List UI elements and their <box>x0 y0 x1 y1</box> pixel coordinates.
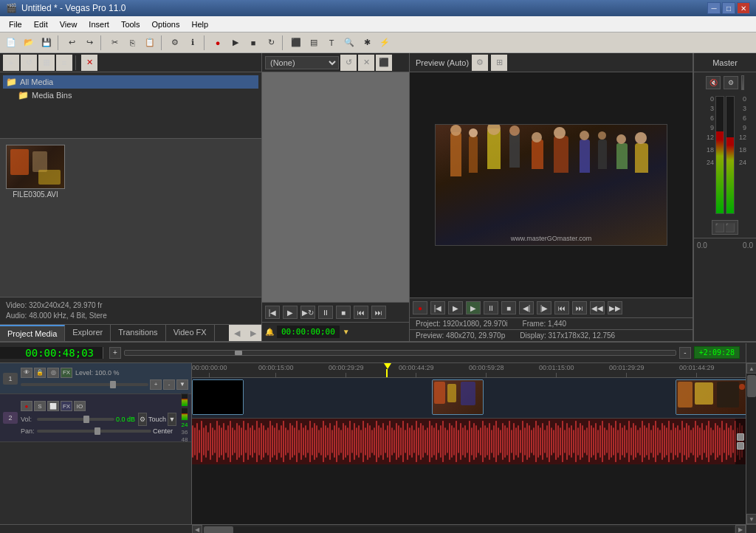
media-list[interactable]: ≡ <box>56 55 72 71</box>
media-delete[interactable]: ✕ <box>81 55 97 71</box>
meters-fader-btn[interactable]: ⬛⬛ <box>712 220 738 235</box>
video-clip-3[interactable] <box>676 379 746 415</box>
preview-settings[interactable]: ⚙ <box>472 55 488 71</box>
trimmer-source-select[interactable]: (None) <box>265 56 339 69</box>
tool5[interactable]: ✱ <box>359 35 375 51</box>
video-level-fader[interactable] <box>21 383 148 386</box>
tree-item-all-media[interactable]: 📁 All Media <box>3 75 258 89</box>
tool1[interactable]: ⬛ <box>288 35 304 51</box>
trimmer-btn1[interactable]: ↺ <box>340 55 357 71</box>
menu-help[interactable]: Help <box>185 18 214 30</box>
tree-item-media-bins[interactable]: 📁 Media Bins <box>3 89 258 102</box>
audio-solo[interactable]: S <box>34 401 46 411</box>
scroll-up-btn[interactable]: ▲ <box>746 363 756 374</box>
video-track-add-fx[interactable]: + <box>150 379 162 390</box>
trimmer-goto-start[interactable]: |◀ <box>265 306 280 319</box>
trimmer-pause[interactable]: ⏸ <box>318 306 333 319</box>
menu-view[interactable]: View <box>54 18 83 30</box>
preview-next-frame[interactable]: |▶ <box>537 301 551 314</box>
trimmer-play[interactable]: ▶ <box>283 306 298 319</box>
preview-prev-event[interactable]: ⏮ <box>554 301 569 314</box>
media-add[interactable]: + <box>3 55 19 71</box>
audio-touch-select[interactable]: ⚙ <box>138 413 147 426</box>
preview-play-loop[interactable]: ▶ <box>466 301 481 314</box>
zoom-slider[interactable] <box>124 350 676 356</box>
preview-pause[interactable]: ⏸ <box>484 301 498 314</box>
audio-touch-label[interactable]: Touch <box>148 416 166 423</box>
media-item-file0305[interactable]: FILE0305.AVI <box>6 145 65 199</box>
audio-io[interactable]: IO <box>74 401 86 411</box>
audio-mute[interactable]: ● <box>21 401 32 411</box>
menu-edit[interactable]: Edit <box>28 18 54 30</box>
close-button[interactable]: ✕ <box>737 2 750 14</box>
scroll-h-track[interactable] <box>204 526 734 534</box>
scroll-down-btn[interactable]: ▼ <box>746 514 756 524</box>
tool2[interactable]: ▤ <box>306 35 322 51</box>
audio-pan-fader[interactable] <box>37 430 151 433</box>
preview-grid[interactable]: ⊞ <box>491 55 507 71</box>
tab-project-media[interactable]: Project Media <box>0 325 65 341</box>
video-track-fx[interactable]: FX <box>61 368 72 378</box>
zoom-out-btn[interactable]: - <box>679 347 691 359</box>
meters-mute[interactable]: 🔇 <box>706 76 721 89</box>
video-track-preview[interactable]: 👁 <box>21 368 32 378</box>
preview-slow-fwd[interactable]: ▶▶ <box>608 301 622 314</box>
redo-button[interactable]: ↪ <box>81 35 97 51</box>
properties-button[interactable]: ℹ <box>185 35 201 51</box>
preview-goto-start[interactable]: |◀ <box>430 301 445 314</box>
menu-options[interactable]: Options <box>146 18 186 30</box>
audio-arm[interactable]: ⬜ <box>47 401 59 411</box>
master-fader[interactable] <box>741 75 744 90</box>
paste-button[interactable]: 📋 <box>142 35 158 51</box>
video-clip-2[interactable] <box>432 379 484 415</box>
tab-transitions[interactable]: Transitions <box>111 325 165 341</box>
trimmer-nav1[interactable]: ⏮ <box>354 306 368 319</box>
maximize-button[interactable]: □ <box>722 2 735 14</box>
tabs-scroll-left[interactable]: ◀ <box>229 325 245 341</box>
tool4[interactable]: 🔍 <box>341 35 357 51</box>
save-button[interactable]: 💾 <box>38 35 55 51</box>
scroll-track[interactable] <box>746 374 756 514</box>
audio-handle-1[interactable] <box>737 433 744 441</box>
audio-vol-fader[interactable] <box>37 418 114 421</box>
tabs-scroll-right[interactable]: ▶ <box>245 325 261 341</box>
new-button[interactable]: 📄 <box>3 35 19 51</box>
audio-touch-dropdown[interactable]: ▼ <box>168 413 176 426</box>
preview-next-event[interactable]: ⏭ <box>572 301 587 314</box>
tab-video-fx[interactable]: Video FX <box>166 325 215 341</box>
preview-slow-back[interactable]: ◀◀ <box>590 301 605 314</box>
preview-stop[interactable]: ■ <box>501 301 516 314</box>
render-button[interactable]: ⚙ <box>167 35 183 51</box>
stop-button[interactable]: ■ <box>245 35 261 51</box>
video-clip-1[interactable] <box>192 379 244 415</box>
undo-button[interactable]: ↩ <box>63 35 80 51</box>
audio-handle-2[interactable] <box>737 442 744 450</box>
copy-button[interactable]: ⎘ <box>124 35 140 51</box>
trimmer-btn3[interactable]: ⬛ <box>376 55 392 71</box>
media-view[interactable]: ▦ <box>38 55 55 71</box>
trimmer-stop[interactable]: ■ <box>336 306 351 319</box>
trimmer-play-loop[interactable]: ▶↻ <box>300 306 315 319</box>
preview-record[interactable]: ● <box>413 301 427 314</box>
meters-settings[interactable]: ⚙ <box>724 76 738 89</box>
scroll-left-btn[interactable]: ◀ <box>192 525 202 534</box>
tab-explorer[interactable]: Explorer <box>65 325 111 341</box>
menu-tools[interactable]: Tools <box>115 18 146 30</box>
menu-insert[interactable]: Insert <box>83 18 115 30</box>
audio-fx[interactable]: FX <box>61 401 72 411</box>
tool6[interactable]: ⚡ <box>377 35 393 51</box>
menu-file[interactable]: File <box>3 18 28 30</box>
trimmer-btn2[interactable]: ✕ <box>358 55 374 71</box>
trimmer-nav2[interactable]: ⏭ <box>371 306 386 319</box>
cut-button[interactable]: ✂ <box>106 35 123 51</box>
zoom-in-btn[interactable]: + <box>109 347 121 359</box>
scroll-right-btn[interactable]: ▶ <box>735 525 746 534</box>
media-refresh[interactable]: ↺ <box>21 55 37 71</box>
open-button[interactable]: 📂 <box>21 35 37 51</box>
video-track-expand[interactable]: ▼ <box>176 379 188 390</box>
tool3[interactable]: T <box>323 35 340 51</box>
preview-prev-frame[interactable]: ◀| <box>519 301 534 314</box>
video-track-remove[interactable]: - <box>163 379 175 390</box>
video-track-composite[interactable]: ◎ <box>47 368 59 378</box>
loop-button[interactable]: ↻ <box>263 35 279 51</box>
